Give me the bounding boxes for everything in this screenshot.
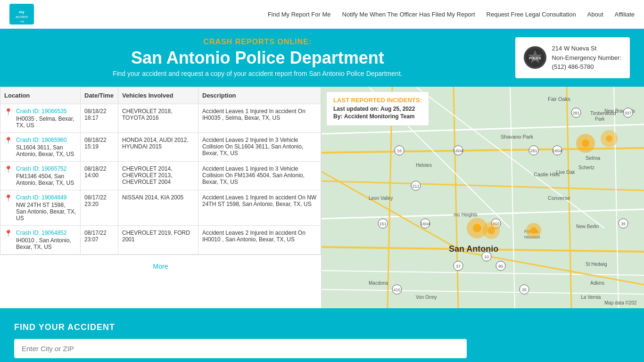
svg-text:16: 16: [397, 148, 402, 153]
table-row: 📍 Crash ID: 19064852 IH0010 , San Antoni…: [0, 225, 321, 254]
vehicles-cell: NISSAN 2014, KIA 2005: [118, 190, 198, 225]
svg-text:Leon Valley: Leon Valley: [369, 196, 393, 201]
datetime-cell: 08/18/22 14:00: [81, 161, 118, 190]
svg-text:10: 10: [484, 255, 489, 259]
svg-text:St Hedwig: St Hedwig: [586, 262, 607, 267]
svg-text:my: my: [19, 10, 25, 14]
svg-text:Shavano Park: Shavano Park: [501, 134, 534, 140]
crash-id-link[interactable]: Crash ID: 19065752: [16, 165, 76, 172]
description-cell: Accident Leaves 1 Injured In 3 Vehicle C…: [198, 161, 321, 190]
svg-text:New Berlin: New Berlin: [576, 224, 599, 229]
svg-text:mo Heights: mo Heights: [454, 212, 478, 217]
datetime-cell: 08/17/22 23:07: [81, 225, 118, 254]
svg-text:90: 90: [498, 264, 503, 269]
svg-point-82: [606, 135, 612, 142]
svg-text:San Antonio: San Antonio: [449, 244, 498, 254]
svg-point-80: [582, 140, 589, 147]
nav-legal[interactable]: Request Free Legal Consultation: [487, 11, 576, 18]
hero-card-info: 214 W Nueva St Non-Emergency Number: (51…: [552, 44, 621, 72]
location-cell: 📍 Crash ID: 19064849 NW 24TH ST 1598, Sa…: [0, 190, 81, 225]
hero-desc: Find your accident and request a copy of…: [9, 70, 506, 77]
hero-banner: CRASH REPORTS ONLINE: San Antonio Police…: [0, 29, 644, 87]
bottom-section: FIND YOUR ACCIDENT: [0, 308, 644, 362]
table-row: 📍 Crash ID: 19065752 FM1346 4504, San An…: [0, 161, 321, 190]
map-container: Fair Oaks Timberwood Park Shavano Park H…: [322, 87, 644, 308]
svg-point-88: [530, 227, 537, 234]
nav-about[interactable]: About: [587, 11, 603, 18]
svg-text:151: 151: [379, 222, 386, 226]
last-reported-title: LAST REPORTED INCIDENTS:: [333, 97, 422, 104]
last-reported-card: LAST REPORTED INCIDENTS: Last updated on…: [326, 91, 429, 126]
svg-text:.org: .org: [19, 20, 24, 23]
svg-text:410: 410: [393, 288, 400, 292]
col-header-description: Description: [198, 87, 321, 104]
svg-text:1604: 1604: [553, 148, 562, 153]
crash-id-link[interactable]: Crash ID: 19066535: [16, 108, 76, 115]
description-cell: Accident Leaves 2 Injured In 3 Vehicle C…: [198, 132, 321, 161]
svg-text:Selma: Selma: [586, 155, 601, 161]
svg-text:281: 281: [572, 111, 579, 115]
nav-affiliate[interactable]: Affiliate: [615, 11, 635, 18]
svg-text:35: 35: [621, 222, 626, 226]
svg-text:Map data ©202: Map data ©202: [604, 300, 637, 305]
svg-point-84: [473, 224, 481, 232]
svg-text:35: 35: [522, 288, 527, 292]
svg-text:Fair Oaks: Fair Oaks: [548, 96, 570, 102]
svg-text:281: 281: [530, 148, 537, 153]
city-zip-input[interactable]: [14, 339, 467, 358]
map-section: Fair Oaks Timberwood Park Shavano Park H…: [322, 87, 644, 308]
table-row: 📍 Crash ID: 19064849 NW 24TH ST 1598, Sa…: [0, 190, 321, 225]
police-badge-icon: POLICE: [524, 46, 546, 69]
svg-text:Helotes: Helotes: [416, 163, 432, 168]
svg-text:Macdona: Macdona: [369, 280, 388, 286]
svg-text:337: 337: [624, 111, 631, 115]
incidents-table: Location Date/Time Vehicles Involved Des…: [0, 87, 321, 255]
location-pin-icon: 📍: [4, 165, 12, 173]
crash-id-link[interactable]: Crash ID: 19064849: [16, 194, 76, 201]
datetime-cell: 08/17/22 23:20: [81, 190, 118, 225]
crash-id-link[interactable]: Crash ID: 19064852: [16, 230, 76, 236]
location-pin-icon: 📍: [4, 194, 12, 202]
more-link-container: More: [0, 255, 321, 278]
location-text: FM1346 4504, San Antonio, Bexar, TX, US: [16, 173, 74, 186]
svg-text:accident: accident: [16, 15, 28, 18]
location-cell: 📍 Crash ID: 19064852 IH0010 , San Antoni…: [0, 225, 81, 254]
svg-text:37: 37: [456, 264, 461, 269]
nav-notify[interactable]: Notify Me When The Officer Has Filed My …: [342, 11, 475, 18]
table-section: Location Date/Time Vehicles Involved Des…: [0, 87, 322, 308]
datetime-cell: 08/18/22 15:19: [81, 132, 118, 161]
crash-id-link[interactable]: Crash ID: 19065960: [16, 137, 76, 143]
hero-text: CRASH REPORTS ONLINE: San Antonio Police…: [0, 38, 515, 77]
nav-find-report[interactable]: Find My Report For Me: [268, 11, 331, 18]
last-reported-by: By: Accident Monitoring Team: [333, 113, 422, 120]
location-text: IH0010 , San Antonio, Bexar, TX, US: [16, 237, 71, 250]
svg-text:Adkins: Adkins: [590, 280, 604, 286]
col-header-location: Location: [0, 87, 81, 104]
location-pin-icon: 📍: [4, 108, 12, 115]
svg-text:1604: 1604: [454, 148, 463, 153]
svg-text:Converse: Converse: [548, 195, 570, 201]
hero-card: POLICE 214 W Nueva St Non-Emergency Numb…: [515, 37, 630, 78]
table-row: 📍 Crash ID: 19066535 IH0035 , Selma, Bex…: [0, 104, 321, 132]
vehicles-cell: CHEVROLET 2018, TOYOTA 2016: [118, 104, 198, 132]
vehicles-cell: CHEVROLET 2014, CHEVROLET 2013, CHEVROLE…: [118, 161, 198, 190]
location-cell: 📍 Crash ID: 19065960 SL1604 3611, San An…: [0, 132, 81, 161]
description-cell: Accident Leaves 1 Injured In accident On…: [198, 104, 321, 132]
vehicles-cell: CHEVROLET 2019, FORD 2001: [118, 225, 198, 254]
svg-text:1604: 1604: [421, 222, 430, 226]
svg-text:POLICE: POLICE: [529, 57, 541, 60]
description-cell: Accident Leaves 2 Injured In accident On…: [198, 225, 321, 254]
hero-title: San Antonio Police Department: [9, 48, 506, 68]
logo-area[interactable]: my accident .org: [9, 4, 34, 25]
svg-point-86: [487, 227, 495, 234]
last-reported-date: Aug 25, 2022: [380, 106, 415, 112]
more-button[interactable]: More: [153, 263, 168, 270]
logo-icon: my accident .org: [9, 4, 34, 25]
svg-text:Park: Park: [595, 116, 605, 122]
main-content: Location Date/Time Vehicles Involved Des…: [0, 87, 644, 308]
description-cell: Accident Leaves 1 Injured In accident On…: [198, 190, 321, 225]
hero-subtitle: CRASH REPORTS ONLINE:: [9, 38, 506, 46]
vehicles-cell: HONDA 2014, AUDI 2012, HYUNDAI 2015: [118, 132, 198, 161]
location-pin-icon: 📍: [4, 230, 12, 237]
location-cell: 📍 Crash ID: 19066535 IH0035 , Selma, Bex…: [0, 104, 81, 132]
